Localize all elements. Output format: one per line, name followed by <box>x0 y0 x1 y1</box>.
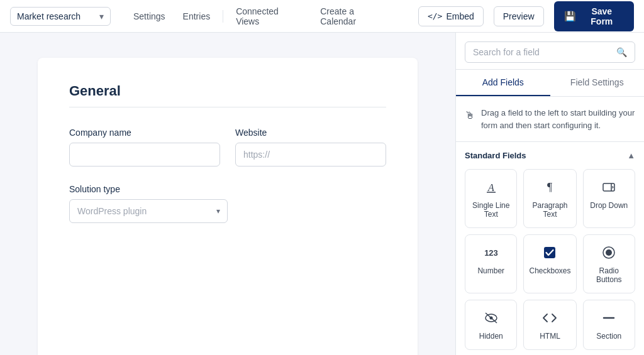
nav-divider <box>223 10 223 23</box>
svg-text:¶: ¶ <box>547 181 552 194</box>
checkboxes-icon <box>543 244 557 261</box>
search-icon: 🔍 <box>616 47 627 57</box>
svg-text:123: 123 <box>484 248 498 258</box>
solution-type-field: Solution type WordPress plugin ▾ <box>69 184 228 223</box>
collapse-icon[interactable]: ▲ <box>627 151 635 160</box>
search-input[interactable] <box>473 47 611 57</box>
field-card-paragraph-text[interactable]: ¶ Paragraph Text <box>523 169 576 228</box>
company-name-input[interactable] <box>69 143 220 167</box>
cursor-icon: 🖱 <box>465 108 475 123</box>
nav-entries[interactable]: Entries <box>175 8 218 25</box>
form-row-2: Solution type WordPress plugin ▾ <box>69 184 386 223</box>
website-label: Website <box>235 128 386 138</box>
fields-section: Standard Fields ▲ A Single Line Text <box>456 142 644 355</box>
svg-point-11 <box>489 317 492 320</box>
sidebar-tabs: Add Fields Field Settings <box>456 70 644 97</box>
right-sidebar: 🔍 Add Fields Field Settings 🖱 Drag a fie… <box>455 33 644 355</box>
field-card-section[interactable]: Section <box>583 300 635 350</box>
nav-settings[interactable]: Settings <box>126 8 173 25</box>
field-card-single-line-text[interactable]: A Single Line Text <box>465 169 517 228</box>
nav-links: Settings Entries Connected Views Create … <box>126 3 398 30</box>
company-name-label: Company name <box>69 128 220 138</box>
fields-section-header: Standard Fields ▲ <box>465 151 635 160</box>
checkboxes-label: Checkboxes <box>529 266 570 275</box>
preview-button[interactable]: Preview <box>494 6 544 26</box>
section-title: General <box>69 83 386 99</box>
website-input[interactable] <box>235 143 386 167</box>
section-label: Section <box>596 332 621 341</box>
html-label: HTML <box>540 332 560 341</box>
number-icon: 123 <box>481 244 501 261</box>
solution-type-wrapper: WordPress plugin ▾ <box>69 199 228 223</box>
radio-buttons-label: Radio Buttons <box>589 266 630 284</box>
fields-grid: A Single Line Text ¶ Paragraph Text <box>465 169 635 350</box>
form-canvas: General Company name Website Solution ty… <box>38 58 418 355</box>
single-line-text-label: Single Line Text <box>470 201 511 219</box>
standard-fields-label: Standard Fields <box>465 151 526 160</box>
field-card-checkboxes[interactable]: Checkboxes <box>523 234 576 293</box>
search-box: 🔍 <box>465 41 635 63</box>
number-label: Number <box>477 266 504 275</box>
solution-type-select[interactable]: WordPress plugin <box>69 199 228 223</box>
drag-info: 🖱 Drag a field to the left to start buil… <box>456 97 644 142</box>
hidden-label: Hidden <box>479 332 503 341</box>
company-name-field: Company name <box>69 128 220 167</box>
field-card-radio-buttons[interactable]: Radio Buttons <box>583 234 635 293</box>
main-layout: General Company name Website Solution ty… <box>0 33 644 355</box>
save-form-button[interactable]: 💾 Save Form <box>554 1 634 31</box>
drop-down-icon <box>602 178 616 196</box>
single-line-text-icon: A <box>484 178 498 196</box>
code-icon: </> <box>428 11 442 21</box>
solution-type-label: Solution type <box>69 184 228 194</box>
svg-point-8 <box>606 249 612 256</box>
form-selector[interactable]: Market research ▾ <box>10 7 111 26</box>
paragraph-text-label: Paragraph Text <box>529 201 570 219</box>
search-box-wrapper: 🔍 <box>456 33 644 70</box>
drop-down-label: Drop Down <box>590 201 628 210</box>
form-area: General Company name Website Solution ty… <box>0 33 455 355</box>
section-icon <box>602 309 616 327</box>
section-divider <box>69 107 386 107</box>
embed-button[interactable]: </> Embed <box>418 6 484 26</box>
paragraph-text-icon: ¶ <box>543 178 557 196</box>
field-card-drop-down[interactable]: Drop Down <box>583 169 635 228</box>
svg-text:A: A <box>487 182 494 193</box>
field-card-hidden[interactable]: Hidden <box>465 300 517 350</box>
nav-create-calendar[interactable]: Create a Calendar <box>313 3 398 30</box>
nav-connected-views[interactable]: Connected Views <box>228 3 310 30</box>
tab-add-fields[interactable]: Add Fields <box>456 70 550 96</box>
html-icon <box>541 309 558 327</box>
chevron-down-icon: ▾ <box>99 11 104 21</box>
hidden-icon <box>484 309 499 327</box>
form-row-1: Company name Website <box>69 128 386 167</box>
field-card-html[interactable]: HTML <box>523 300 576 350</box>
field-card-number[interactable]: 123 Number <box>465 234 517 293</box>
radio-buttons-icon <box>602 244 616 261</box>
top-nav: Market research ▾ Settings Entries Conne… <box>0 0 644 33</box>
form-name: Market research <box>17 11 80 21</box>
tab-field-settings[interactable]: Field Settings <box>550 70 645 96</box>
website-field: Website <box>235 128 386 167</box>
save-icon: 💾 <box>564 11 576 22</box>
